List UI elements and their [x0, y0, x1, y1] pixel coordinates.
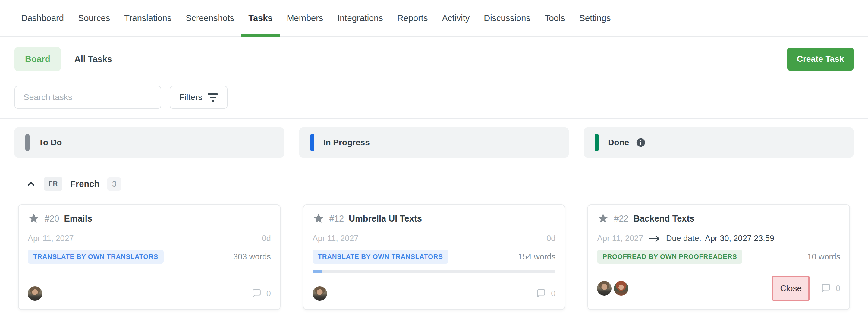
- woman-avatar[interactable]: [614, 281, 628, 296]
- done-marker: [595, 134, 599, 151]
- column-label: To Do: [38, 138, 62, 147]
- task-id: #12: [330, 214, 344, 223]
- comment-bubble-icon[interactable]: [820, 283, 832, 294]
- nav-item-activity[interactable]: Activity: [442, 0, 470, 36]
- due-date-value: Apr 30, 2027 23:59: [705, 234, 774, 243]
- language-code-badge: FR: [44, 177, 62, 191]
- task-id: #20: [44, 214, 59, 223]
- nav-item-sources[interactable]: Sources: [78, 0, 110, 36]
- arrow-right-icon: [649, 234, 661, 243]
- search-row: Filters: [0, 86, 868, 109]
- star-icon[interactable]: [597, 213, 609, 224]
- progress-bar[interactable]: [313, 270, 556, 273]
- task-title: Emails: [64, 214, 92, 223]
- nav-item-dashboard[interactable]: Dashboard: [21, 0, 64, 36]
- star-icon[interactable]: [28, 213, 40, 224]
- nav-item-tools[interactable]: Tools: [545, 0, 565, 36]
- nav-item-tasks[interactable]: Tasks: [248, 0, 273, 36]
- man-avatar[interactable]: [597, 281, 612, 296]
- board-column-headers: To Do In Progress Done: [0, 127, 868, 158]
- task-date: Apr 11, 2027: [597, 234, 643, 243]
- comment-count: 0: [267, 289, 271, 298]
- tab-all-tasks[interactable]: All Tasks: [74, 54, 112, 64]
- man-avatar[interactable]: [313, 286, 327, 301]
- column-header-done[interactable]: Done: [584, 127, 854, 158]
- word-count: 154 words: [518, 252, 556, 262]
- task-card-12[interactable]: #12 Umbrella UI Texts Apr 11, 2027 0d TR…: [303, 204, 565, 310]
- progress-bar-fill: [313, 270, 322, 273]
- task-duration: 0d: [547, 234, 555, 243]
- column-header-in-progress[interactable]: In Progress: [299, 127, 569, 158]
- task-title: Umbrella UI Texts: [349, 214, 422, 223]
- task-card-20[interactable]: #20 Emails Apr 11, 2027 0d TRANSLATE BY …: [18, 204, 281, 310]
- language-group-row: FR French 3: [0, 177, 868, 191]
- task-date: Apr 11, 2027: [28, 234, 74, 243]
- nav-item-reports[interactable]: Reports: [397, 0, 428, 36]
- task-title: Backend Texts: [633, 214, 695, 223]
- cards-row: #20 Emails Apr 11, 2027 0d TRANSLATE BY …: [0, 204, 868, 310]
- in-progress-marker: [310, 134, 314, 151]
- word-count: 303 words: [233, 252, 271, 262]
- todo-marker: [25, 134, 30, 151]
- language-name: French: [70, 179, 99, 189]
- close-task-button[interactable]: Close: [772, 276, 809, 301]
- nav-item-settings[interactable]: Settings: [579, 0, 611, 36]
- task-type-badge: TRANSLATE BY OWN TRANSLATORS: [313, 250, 448, 264]
- star-icon[interactable]: [313, 213, 324, 224]
- nav-item-translations[interactable]: Translations: [124, 0, 172, 36]
- nav-item-screenshots[interactable]: Screenshots: [186, 0, 234, 36]
- column-label: Done: [608, 138, 629, 147]
- column-header-todo[interactable]: To Do: [14, 127, 284, 158]
- section-divider: [0, 118, 868, 119]
- nav-item-integrations[interactable]: Integrations: [337, 0, 383, 36]
- task-card-22[interactable]: #22 Backend Texts Apr 11, 2027 Due date:…: [587, 204, 850, 310]
- task-type-badge: PROOFREAD BY OWN PROOFREADERS: [597, 250, 742, 264]
- comment-bubble-icon[interactable]: [535, 288, 547, 299]
- tab-board[interactable]: Board: [14, 47, 61, 71]
- filters-button-label: Filters: [179, 92, 202, 102]
- top-navigation: Dashboard Sources Translations Screensho…: [0, 0, 868, 37]
- task-date: Apr 11, 2027: [313, 234, 359, 243]
- comment-bubble-icon[interactable]: [251, 288, 262, 299]
- man-avatar[interactable]: [28, 286, 42, 301]
- task-id: #22: [614, 214, 628, 223]
- column-label: In Progress: [323, 138, 370, 147]
- filters-button[interactable]: Filters: [170, 86, 227, 109]
- task-duration: 0d: [262, 234, 271, 243]
- nav-item-discussions[interactable]: Discussions: [484, 0, 530, 36]
- view-toolbar: Board All Tasks Create Task: [0, 47, 868, 71]
- filter-lines-icon: [208, 93, 218, 101]
- comment-count: 0: [836, 284, 840, 293]
- due-date-label: Due date:: [666, 234, 701, 243]
- comment-count: 0: [551, 289, 555, 298]
- info-icon[interactable]: [636, 138, 646, 148]
- task-type-badge: TRANSLATE BY OWN TRANSLATORS: [28, 250, 164, 264]
- word-count: 10 words: [807, 252, 840, 262]
- nav-item-members[interactable]: Members: [287, 0, 323, 36]
- create-task-button[interactable]: Create Task: [787, 48, 854, 70]
- search-input[interactable]: [14, 86, 161, 109]
- chevron-up-icon[interactable]: [26, 179, 36, 189]
- task-count-badge: 3: [107, 177, 121, 191]
